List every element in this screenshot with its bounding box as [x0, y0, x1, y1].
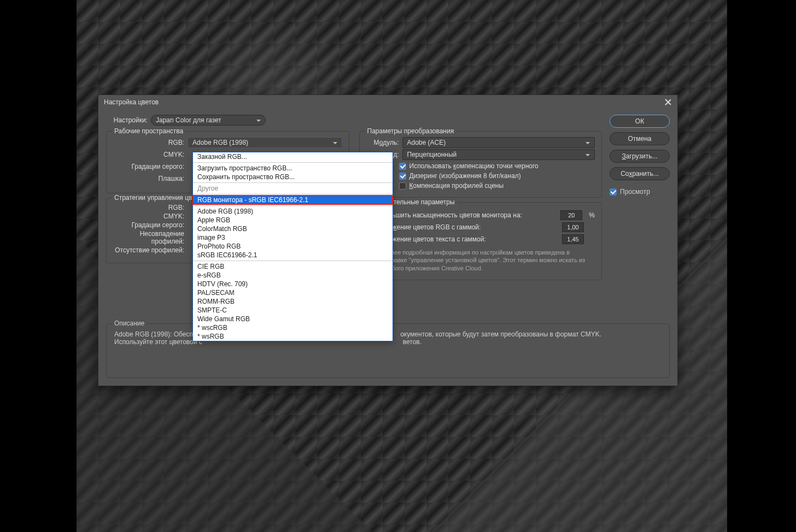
- desat-label: Уменьшить насыщенность цветов монитора н…: [377, 211, 522, 219]
- dropdown-item[interactable]: sRGB IEC61966-2.1: [193, 251, 393, 259]
- ok-button[interactable]: ОК: [610, 115, 670, 128]
- ws-rgb-value: Adobe RGB (1998): [192, 139, 248, 146]
- dropdown-item[interactable]: * wscRGB: [193, 323, 393, 332]
- preview-label: Просмотр: [620, 188, 650, 196]
- ws-gray-label: Градации серого:: [113, 163, 184, 170]
- dropdown-item[interactable]: CIE RGB: [193, 262, 393, 271]
- pol-mismatch-label: Несовпадение профилей:: [113, 230, 184, 245]
- dropdown-item[interactable]: ROMM-RGB: [193, 297, 393, 306]
- dropdown-item[interactable]: ProPhoto RGB: [193, 242, 393, 251]
- bpc-checkbox[interactable]: [399, 163, 406, 170]
- conversion-fieldset: Параметры преобразования Модуль: Adobe (…: [359, 131, 602, 198]
- pol-cmyk-label: CMYK:: [113, 212, 184, 220]
- dropdown-item[interactable]: PAL/SECAM: [193, 288, 393, 297]
- dropdown-item[interactable]: Сохранить пространство RGB...: [193, 173, 393, 181]
- blend-rgb-value[interactable]: 1,00: [562, 222, 584, 232]
- dropdown-item[interactable]: Adobe RGB (1998): [193, 207, 393, 216]
- dropdown-item-selected[interactable]: RGB монитора - sRGB IEC61966-2.1: [193, 196, 393, 204]
- pol-missing-label: Отсутствие профилей:: [113, 246, 184, 254]
- scene-comp-label: Компенсация профилей сцены: [409, 182, 504, 190]
- dropdown-item[interactable]: e-sRGB: [193, 271, 393, 280]
- settings-value: Japan Color для газет: [156, 116, 221, 124]
- dropdown-item[interactable]: image P3: [193, 233, 393, 242]
- dropdown-item[interactable]: Заказной RGB...: [193, 152, 393, 161]
- conversion-legend: Параметры преобразования: [365, 127, 456, 135]
- advanced-fieldset: Дополнительные параметры Уменьшить насыщ…: [359, 202, 602, 280]
- advanced-help: Более подробная информация по настройкам…: [384, 249, 595, 272]
- working-spaces-legend: Рабочие пространства: [112, 127, 185, 135]
- button-column: ОК Отмена Загрузить... Сохранить... Прос…: [610, 115, 670, 280]
- dropdown-item[interactable]: * wsRGB: [193, 332, 393, 341]
- dropdown-group-label: Другое: [193, 184, 393, 193]
- desat-value[interactable]: 20: [560, 210, 582, 220]
- scene-comp-checkbox[interactable]: [399, 182, 406, 190]
- ws-spot-label: Плашка:: [113, 175, 184, 182]
- ws-rgb-label: RGB:: [113, 139, 184, 146]
- settings-select[interactable]: Japan Color для газет: [151, 115, 266, 126]
- description-legend: Описание: [112, 320, 147, 327]
- save-button[interactable]: Сохранить...: [610, 167, 670, 180]
- engine-label: Модуль:: [366, 139, 399, 146]
- dropdown-separator: [193, 261, 393, 261]
- dropdown-separator: [193, 162, 393, 163]
- dialog-titlebar: Настройка цветов: [98, 95, 677, 109]
- cancel-button[interactable]: Отмена: [610, 132, 670, 145]
- preview-checkbox[interactable]: [610, 188, 617, 196]
- pol-gray-label: Градации серого:: [113, 221, 184, 229]
- engine-select[interactable]: Adobe (ACE): [402, 137, 595, 148]
- ws-cmyk-label: CMYK:: [113, 151, 184, 158]
- intent-select[interactable]: Перцепционный: [402, 149, 595, 160]
- dropdown-item[interactable]: Загрузить пространство RGB...: [193, 164, 393, 173]
- dither-label: Дизеринг (изображения 8 бит/канал): [409, 172, 521, 180]
- desat-unit: %: [589, 211, 595, 219]
- pol-rgb-label: RGB:: [113, 204, 184, 211]
- dropdown-item[interactable]: Apple RGB: [193, 216, 393, 224]
- dropdown-separator: [193, 182, 393, 183]
- load-button[interactable]: Загрузить...: [610, 150, 670, 163]
- dialog-title: Настройка цветов: [104, 98, 159, 106]
- dropdown-item[interactable]: SMPTE-C: [193, 306, 393, 315]
- settings-label: Настройки:: [106, 116, 148, 124]
- dropdown-separator: [193, 194, 393, 194]
- blend-text-value[interactable]: 1,45: [562, 234, 584, 244]
- policies-legend: Стратегии управления цв: [112, 194, 194, 202]
- bpc-label: Использовать компенсацию точки черного: [409, 162, 539, 170]
- ws-rgb-select[interactable]: Adobe RGB (1998): [188, 137, 342, 148]
- dropdown-item[interactable]: Wide Gamut RGB: [193, 315, 393, 323]
- rgb-profile-dropdown[interactable]: Заказной RGB... Загрузить пространство R…: [192, 152, 393, 341]
- close-icon[interactable]: [664, 98, 672, 106]
- dither-checkbox[interactable]: [399, 173, 406, 180]
- dropdown-separator: [193, 205, 393, 206]
- dropdown-item[interactable]: ColorMatch RGB: [193, 224, 393, 233]
- dropdown-item[interactable]: HDTV (Rec. 709): [193, 280, 393, 288]
